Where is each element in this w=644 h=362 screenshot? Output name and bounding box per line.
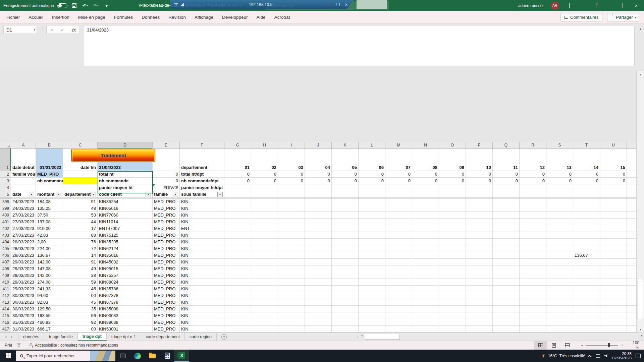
cell[interactable] — [573, 198, 600, 205]
customize-quick-access-icon[interactable]: ▾ — [103, 2, 110, 9]
cell[interactable] — [546, 312, 573, 319]
comments-button[interactable]: Commentaires — [560, 13, 602, 21]
cell-famille[interactable]: MED_PRO — [153, 252, 180, 259]
cell[interactable] — [305, 272, 332, 279]
cell[interactable] — [385, 239, 412, 245]
window-restore-button[interactable] — [620, 3, 626, 8]
cell[interactable] — [546, 245, 573, 252]
cell[interactable] — [359, 312, 385, 319]
cell-date[interactable]: 29/03/2023 — [11, 286, 36, 292]
cell-code-client[interactable]: ENT47007 — [98, 225, 153, 232]
task-view-button[interactable] — [115, 350, 130, 362]
cell[interactable] — [224, 252, 251, 259]
cell[interactable] — [493, 225, 520, 232]
cell[interactable] — [466, 219, 493, 225]
cell[interactable] — [546, 306, 573, 312]
cell[interactable] — [546, 326, 573, 333]
cell-famille[interactable]: MED_PRO — [153, 292, 180, 299]
empty-cells[interactable] — [224, 259, 636, 265]
network-icon[interactable] — [596, 354, 600, 358]
cell[interactable] — [359, 219, 385, 225]
cell[interactable] — [278, 259, 305, 265]
zoom-level[interactable]: 100 % — [628, 341, 644, 350]
cell[interactable] — [359, 306, 385, 312]
cell[interactable] — [224, 232, 251, 239]
empty-cells[interactable] — [224, 265, 636, 272]
cell[interactable] — [520, 225, 546, 232]
cell[interactable] — [493, 292, 520, 299]
cell-famille[interactable]: MED_PRO — [153, 259, 180, 265]
cell-date[interactable]: 31/03/2023 — [11, 326, 36, 333]
empty-cells[interactable] — [224, 272, 636, 279]
cell-sous-famille[interactable]: KIN — [180, 312, 224, 319]
column-header-H[interactable]: H — [251, 142, 278, 148]
cell-code-client[interactable]: KIN62124 — [98, 245, 153, 252]
cell-E4-error[interactable]: #DIV/0! — [153, 184, 180, 191]
zoom-out-icon[interactable]: − — [581, 343, 583, 348]
cell[interactable] — [224, 279, 251, 286]
cell-famille[interactable]: MED_PRO — [153, 219, 180, 225]
column-header-A[interactable]: A — [11, 142, 36, 148]
cell[interactable] — [439, 272, 466, 279]
cell[interactable] — [385, 252, 412, 259]
ribbon-tab-affichage[interactable]: Affichage — [190, 11, 218, 24]
cell[interactable] — [305, 252, 332, 259]
cell[interactable] — [412, 239, 439, 245]
cell[interactable] — [600, 286, 627, 292]
ribbon-tab-révision[interactable]: Révision — [164, 11, 190, 24]
cell[interactable] — [627, 205, 636, 212]
cell[interactable] — [573, 184, 600, 191]
cell[interactable] — [251, 239, 278, 245]
cell[interactable] — [278, 265, 305, 272]
cell[interactable] — [305, 205, 332, 212]
cell-sous-famille[interactable]: KIN — [180, 279, 224, 286]
filter-dropdown-icon[interactable]: ▾ — [217, 192, 223, 197]
excel-taskbar-button-active[interactable]: X — [174, 350, 189, 362]
cell[interactable] — [278, 286, 305, 292]
cell-departement[interactable]: 00 — [63, 326, 98, 333]
cell[interactable] — [520, 299, 546, 306]
cell-montant[interactable]: 42,83 — [36, 232, 63, 239]
cell[interactable] — [520, 326, 546, 333]
cell[interactable] — [359, 184, 385, 191]
cell[interactable] — [332, 191, 359, 198]
empty-cells[interactable] — [224, 306, 636, 312]
cell[interactable] — [278, 292, 305, 299]
cell-date[interactable]: 28/03/2023 — [11, 245, 36, 252]
cell-C4[interactable] — [63, 184, 98, 191]
cell[interactable]: 07 — [385, 148, 412, 171]
cell[interactable] — [332, 286, 359, 292]
cell-B3[interactable]: nb commande — [36, 178, 63, 184]
cell[interactable] — [385, 299, 412, 306]
cell-sous-famille[interactable]: KIN — [180, 219, 224, 225]
row-header[interactable]: 5 — [0, 191, 11, 198]
cell[interactable] — [520, 319, 546, 326]
cell[interactable] — [546, 219, 573, 225]
sheet-tab-carte-departement[interactable]: carte departement — [141, 333, 185, 341]
cell[interactable] — [305, 279, 332, 286]
cell-E2[interactable]: 0 — [153, 171, 180, 178]
cell[interactable] — [385, 292, 412, 299]
cell[interactable] — [466, 205, 493, 212]
cell[interactable] — [412, 265, 439, 272]
cell[interactable]: 0 — [466, 171, 493, 178]
cell-A1[interactable]: date debut — [11, 148, 36, 171]
cell-B2[interactable]: MED_PRO — [36, 171, 63, 178]
normal-view-button[interactable] — [534, 341, 547, 350]
cell[interactable]: 11 — [493, 148, 520, 171]
sheet-tab-triage-dpt-n-1[interactable]: triage dpt n-1 — [107, 333, 141, 341]
cell[interactable] — [546, 239, 573, 245]
cell[interactable] — [546, 232, 573, 239]
cell[interactable]: 0 — [305, 178, 332, 184]
taskbar-search-box[interactable]: Taper ici pour rechercher — [16, 351, 115, 361]
empty-cells[interactable] — [224, 184, 636, 191]
cell-departement[interactable]: 38 — [63, 272, 98, 279]
cell[interactable] — [359, 191, 385, 198]
cell-F2[interactable]: total ht/dpt — [180, 171, 224, 178]
cell-code-client[interactable]: KIN03033 — [98, 312, 153, 319]
cell[interactable] — [546, 279, 573, 286]
file-explorer-taskbar-button[interactable] — [145, 350, 160, 362]
cell[interactable] — [251, 272, 278, 279]
cell[interactable] — [359, 265, 385, 272]
cell[interactable]: 01 — [224, 148, 251, 171]
